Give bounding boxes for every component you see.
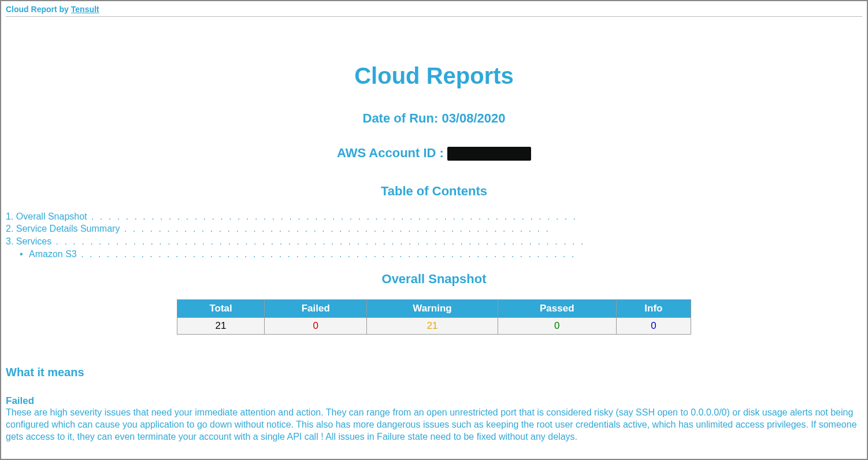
account-id-redacted (447, 147, 531, 161)
date-label: Date of Run: (363, 111, 442, 125)
overall-snapshot-heading: Overall Snapshot (6, 272, 862, 287)
toc-dots: . . . . . . . . . . . . . . . . . . . . … (87, 212, 578, 221)
td-failed: 0 (265, 318, 367, 335)
th-total: Total (177, 300, 265, 318)
td-info: 0 (616, 318, 691, 335)
toc-dots: . . . . . . . . . . . . . . . . . . . . … (51, 236, 585, 246)
th-passed: Passed (498, 300, 616, 318)
header-link[interactable]: Tensult (71, 5, 99, 14)
td-total: 21 (177, 318, 265, 335)
toc-item-overall[interactable]: 1. Overall Snapshot . . . . . . . . . . … (6, 210, 862, 223)
toc-text: 1. Overall Snapshot (6, 212, 87, 221)
th-info: Info (616, 300, 691, 318)
th-warning: Warning (367, 300, 498, 318)
table-of-contents: 1. Overall Snapshot . . . . . . . . . . … (6, 210, 862, 260)
toc-heading: Table of Contents (6, 184, 862, 199)
date-value: 03/08/2020 (442, 111, 505, 125)
toc-text: 3. Services (6, 236, 51, 246)
th-failed: Failed (265, 300, 367, 318)
table-header-row: Total Failed Warning Passed Info (177, 300, 691, 318)
toc-dots: . . . . . . . . . . . . . . . . . . . . … (120, 224, 550, 233)
header-byline: Cloud Report by Tensult (6, 5, 862, 14)
account-line: AWS Account ID : (6, 146, 862, 162)
divider (6, 16, 862, 17)
header-prefix: Cloud Report by (6, 5, 71, 14)
snapshot-table: Total Failed Warning Passed Info 21 0 21… (177, 299, 691, 335)
toc-dots: . . . . . . . . . . . . . . . . . . . . … (77, 249, 576, 259)
failed-label: Failed (6, 395, 862, 407)
toc-item-amazon-s3[interactable]: Amazon S3 . . . . . . . . . . . . . . . … (6, 248, 862, 261)
table-row: 21 0 21 0 0 (177, 318, 691, 335)
toc-text: 2. Service Details Summary (6, 224, 120, 233)
td-warning: 21 (367, 318, 498, 335)
date-of-run: Date of Run: 03/08/2020 (6, 111, 862, 126)
toc-item-services[interactable]: 3. Services . . . . . . . . . . . . . . … (6, 235, 862, 248)
td-passed: 0 (498, 318, 616, 335)
toc-item-service-details[interactable]: 2. Service Details Summary . . . . . . .… (6, 222, 862, 235)
failed-description: These are high severity issues that need… (6, 407, 862, 443)
account-label: AWS Account ID : (337, 146, 447, 160)
page-title: Cloud Reports (6, 63, 862, 89)
what-it-means-heading: What it means (6, 366, 862, 379)
toc-text: Amazon S3 (29, 249, 77, 259)
